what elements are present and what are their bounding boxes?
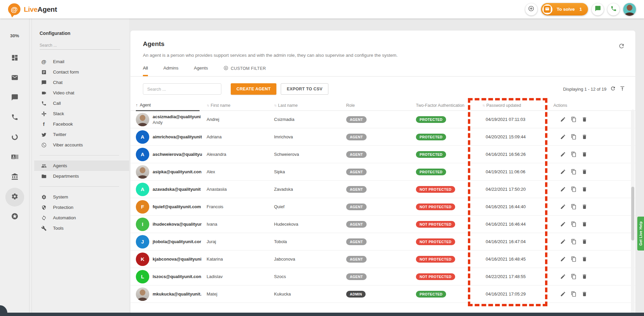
- sidebar-item-contact-form[interactable]: Contact form: [34, 67, 129, 77]
- sidebar-item-protection[interactable]: Protection: [34, 202, 129, 213]
- user-avatar[interactable]: [623, 3, 636, 16]
- duplicate-agent-button[interactable]: [571, 221, 577, 227]
- duplicate-agent-button[interactable]: [571, 134, 577, 140]
- delete-agent-button[interactable]: [582, 291, 587, 297]
- edit-agent-button[interactable]: [560, 221, 566, 227]
- chat-icon: [41, 80, 47, 85]
- rail-item-dashboard[interactable]: [5, 48, 24, 68]
- export-csv-button[interactable]: EXPORT TO CSV: [281, 83, 328, 95]
- calls-button[interactable]: [607, 3, 620, 15]
- sidebar-item-departments[interactable]: Departments: [34, 171, 129, 181]
- rail-item-contact-card[interactable]: [5, 147, 24, 167]
- sidebar-item-email[interactable]: @Email: [34, 56, 129, 67]
- sidebar-item-twitter[interactable]: Twitter: [34, 129, 129, 140]
- edit-agent-button[interactable]: [560, 204, 566, 210]
- tab-all[interactable]: All: [143, 65, 148, 76]
- edit-agent-button[interactable]: [560, 169, 566, 175]
- sidebar-item-facebook[interactable]: fFacebook: [34, 119, 129, 129]
- topbar-actions: To solve 1: [525, 3, 636, 16]
- sidebar-item-slack[interactable]: Slack: [34, 108, 129, 119]
- agent-email[interactable]: fquief@qualityunit.com: [153, 204, 201, 209]
- refresh-list-icon[interactable]: [610, 86, 616, 93]
- column-header-first-name[interactable]: ↑↓First name: [207, 100, 274, 111]
- column-header-last-name[interactable]: ↑↓Last name: [274, 100, 346, 111]
- rail-item-gear[interactable]: [5, 187, 24, 207]
- edit-agent-button[interactable]: [560, 151, 566, 157]
- create-agent-button[interactable]: CREATE AGENT: [231, 83, 276, 95]
- edit-agent-button[interactable]: [560, 134, 566, 140]
- delete-agent-button[interactable]: [582, 134, 587, 140]
- tab-admins[interactable]: Admins: [163, 65, 178, 76]
- tab-agents[interactable]: Agents: [194, 65, 208, 76]
- scroll-to-top-icon[interactable]: [620, 86, 625, 93]
- rail-item-donut[interactable]: [5, 128, 24, 147]
- edit-agent-button[interactable]: [560, 256, 566, 262]
- column-header-agent[interactable]: ↑Agent: [136, 100, 200, 111]
- sort-asc-icon: ↑: [136, 103, 138, 107]
- sidebar-item-tools[interactable]: Tools: [34, 223, 129, 233]
- agent-email[interactable]: kjabconova@qualityuni: [153, 257, 202, 262]
- column-header-password-updated[interactable]: ↑↓Password updated: [480, 100, 553, 111]
- sidebar-item-system[interactable]: System: [34, 192, 129, 202]
- to-solve-button[interactable]: To solve 1: [541, 3, 588, 15]
- vertical-scrollbar-thumb[interactable]: [631, 187, 634, 240]
- duplicate-agent-button[interactable]: [571, 256, 577, 262]
- delete-agent-button[interactable]: [582, 274, 587, 279]
- edit-agent-button[interactable]: [560, 291, 566, 297]
- duplicate-agent-button[interactable]: [571, 291, 577, 297]
- sidebar-item-viber-accounts[interactable]: Viber accounts: [34, 140, 129, 150]
- agent-email[interactable]: lszocs@qualityunit.con: [153, 274, 201, 279]
- rail-item-star-circle[interactable]: [5, 207, 24, 227]
- edit-agent-button[interactable]: [560, 239, 566, 244]
- get-live-help-tab[interactable]: Get Live Help: [637, 217, 644, 251]
- agent-email[interactable]: aimrichova@qualityunit: [153, 134, 202, 139]
- delete-agent-button[interactable]: [582, 239, 587, 244]
- rail-item-phone[interactable]: [5, 108, 24, 128]
- agent-email[interactable]: azavadska@qualityunit: [153, 187, 201, 192]
- liveagent-logo[interactable]: @ LiveAgent: [8, 3, 57, 15]
- agent-email[interactable]: aschweierova@qualityu: [153, 152, 202, 157]
- delete-agent-button[interactable]: [582, 186, 587, 192]
- table-search-input[interactable]: [143, 83, 221, 95]
- edit-agent-button[interactable]: [560, 117, 566, 122]
- sidebar-item-chat[interactable]: Chat: [34, 77, 129, 88]
- delete-agent-button[interactable]: [582, 151, 587, 157]
- duplicate-agent-button[interactable]: [571, 204, 577, 210]
- sidebar-item-automation[interactable]: Automation: [34, 213, 129, 223]
- refresh-icon[interactable]: [618, 43, 625, 51]
- duplicate-agent-button[interactable]: [571, 186, 577, 192]
- sidebar-item-call[interactable]: Call: [34, 98, 129, 108]
- delete-agent-button[interactable]: [582, 117, 587, 122]
- agent-email[interactable]: acsizmadia@qualityuni: [153, 114, 201, 119]
- duplicate-agent-button[interactable]: [571, 274, 577, 279]
- sidebar-item-video-chat[interactable]: Video chat: [34, 88, 129, 98]
- custom-filter-button[interactable]: CUSTOM FILTER: [223, 65, 266, 76]
- edit-agent-button[interactable]: [560, 274, 566, 279]
- vertical-scrollbar-track[interactable]: [631, 109, 635, 316]
- agent-email[interactable]: ihudecekova@qualityur: [153, 222, 202, 227]
- delete-agent-button[interactable]: [582, 204, 587, 210]
- sidebar-search-input[interactable]: [40, 41, 120, 50]
- last-name-cell: Hudecekova: [274, 222, 346, 227]
- agent-email[interactable]: asipka@qualityunit.con: [153, 169, 202, 174]
- duplicate-agent-button[interactable]: [571, 117, 577, 122]
- agent-email[interactable]: mkukucka@qualityunit.: [153, 291, 202, 297]
- add-new-button[interactable]: [525, 3, 537, 15]
- duplicate-agent-button[interactable]: [571, 239, 577, 244]
- duplicate-agent-button[interactable]: [571, 151, 577, 157]
- rail-item-bank[interactable]: [5, 167, 24, 187]
- table-row: Jjtobola@qualityunit.corJurajTobolaAGENT…: [130, 233, 635, 251]
- agent-email[interactable]: jtobola@qualityunit.cor: [153, 239, 201, 244]
- delete-agent-button[interactable]: [582, 256, 587, 262]
- tab-bar: AllAdminsAgents CUSTOM FILTER: [130, 65, 635, 77]
- rail-item-mail[interactable]: [5, 68, 24, 88]
- duplicate-agent-button[interactable]: [571, 169, 577, 175]
- edit-agent-button[interactable]: [560, 186, 566, 192]
- agent-cell: Aaimrichova@qualityunit: [136, 130, 207, 144]
- chats-button[interactable]: [592, 3, 604, 15]
- sidebar-item-agents[interactable]: Agents: [34, 161, 129, 171]
- delete-agent-button[interactable]: [582, 169, 587, 175]
- rail-item-chat[interactable]: [5, 88, 24, 108]
- actions-cell: [553, 291, 635, 297]
- delete-agent-button[interactable]: [582, 221, 587, 227]
